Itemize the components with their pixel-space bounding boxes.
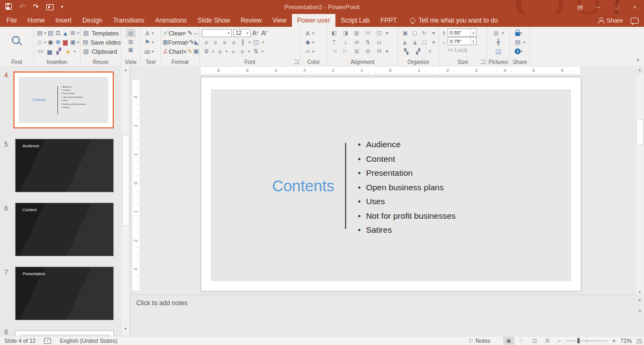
- ribbon-icon[interactable]: ▧: [47, 29, 54, 38]
- slide-bullet[interactable]: Not for profit businesses: [358, 209, 456, 224]
- menu-tab[interactable]: Design: [77, 14, 107, 27]
- ribbon-icon[interactable]: ▾: [76, 38, 80, 47]
- lock-aspect-button[interactable]: ▭ Lock: [448, 46, 477, 54]
- slide-bullet[interactable]: Open business plans: [358, 181, 456, 195]
- slide-bullet[interactable]: Presentation: [358, 166, 456, 181]
- ribbon-icon[interactable]: ■: [63, 47, 72, 56]
- ribbon-icon[interactable]: ▲: [62, 29, 69, 38]
- dropdown-icon[interactable]: ▾: [245, 31, 250, 35]
- editor-scrollbar[interactable]: ▴ ▾ « «: [635, 66, 644, 336]
- list-format-icon[interactable]: ▾: [211, 47, 215, 56]
- ribbon-icon[interactable]: ▭: [36, 47, 45, 56]
- slide-canvas[interactable]: Contents AudienceContentPresentationOpen…: [201, 77, 581, 291]
- notes-toggle[interactable]: ⚐ Notes: [469, 337, 491, 344]
- dropdown-icon[interactable]: ▾: [152, 31, 156, 35]
- ribbon-display-options-icon[interactable]: ▤: [571, 0, 589, 14]
- paragraph-icon[interactable]: ◫: [252, 38, 261, 47]
- dropdown-icon[interactable]: ▾: [312, 49, 317, 54]
- menu-tab[interactable]: Animations: [150, 14, 192, 27]
- ribbon-icon[interactable]: ◇: [36, 38, 43, 47]
- share-button[interactable]: Share: [598, 17, 623, 24]
- zoom-in-icon[interactable]: +: [612, 337, 616, 344]
- scroll-up-icon[interactable]: ▴: [122, 68, 129, 72]
- align-icon[interactable]: ◧: [328, 29, 340, 38]
- menu-tab[interactable]: Review: [235, 14, 267, 27]
- dropdown-icon[interactable]: ▾: [152, 49, 156, 54]
- zoom-out-icon[interactable]: −: [558, 337, 561, 344]
- ribbon-icon[interactable]: ▾: [72, 47, 77, 56]
- scrollbar-thumb[interactable]: [122, 135, 129, 226]
- dropdown-icon[interactable]: ▾: [312, 31, 317, 35]
- slide-thumbnail[interactable]: [15, 330, 114, 336]
- slide-thumbnail[interactable]: Presentation: [15, 267, 114, 320]
- color-tool-icon[interactable]: ▱: [303, 47, 312, 56]
- height-spinner[interactable]: 0.55" ▴▾: [448, 28, 477, 37]
- zoom-slider-thumb[interactable]: [577, 338, 580, 343]
- chart-plus-button[interactable]: Chart+: [169, 48, 187, 55]
- align-icon[interactable]: ⇅: [362, 38, 374, 47]
- increase-font-icon[interactable]: A▴: [252, 30, 258, 37]
- align-icon[interactable]: H: [374, 47, 385, 56]
- organize-icon[interactable]: ▢: [410, 29, 420, 38]
- list-format-icon[interactable]: ⇅: [251, 47, 260, 56]
- align-icon[interactable]: ◨: [340, 29, 351, 38]
- list-format-icon[interactable]: ≡: [238, 47, 247, 56]
- list-format-icon[interactable]: ▾: [224, 47, 229, 56]
- ribbon-icon[interactable]: ▅: [45, 47, 54, 56]
- scroll-up-icon[interactable]: ▴: [635, 68, 644, 72]
- align-icon[interactable]: ◫: [374, 29, 385, 38]
- view-option-icon[interactable]: ▤: [126, 29, 135, 37]
- thumbnail-scrollbar[interactable]: ▴ ▾: [122, 66, 129, 336]
- list-format-icon[interactable]: ≡: [215, 47, 224, 56]
- organize-icon[interactable]: ↻: [420, 29, 429, 38]
- crop-icon[interactable]: ╋: [494, 38, 503, 47]
- eyedropper-icon[interactable]: ✎: [189, 38, 194, 47]
- menu-tab[interactable]: Home: [22, 14, 50, 27]
- scroll-down-icon[interactable]: ▾: [635, 290, 644, 294]
- dropdown-icon[interactable]: ▾: [226, 31, 231, 35]
- zoom-level[interactable]: 71%: [620, 337, 632, 344]
- info-icon[interactable]: i: [515, 48, 521, 54]
- organize-icon[interactable]: ×: [424, 47, 436, 56]
- ribbon-icon[interactable]: ▾: [76, 29, 80, 38]
- compress-icon[interactable]: ◲: [494, 47, 503, 56]
- scroll-down-icon[interactable]: ▾: [122, 327, 129, 331]
- menu-tab[interactable]: Script Lab: [335, 14, 375, 27]
- ribbon-icon[interactable]: ▞: [54, 47, 63, 56]
- eyedropper-icon[interactable]: ✎: [187, 29, 193, 38]
- paragraph-icon[interactable]: ≡: [229, 38, 238, 47]
- color-tool-icon[interactable]: ◆: [303, 38, 312, 47]
- align-icon[interactable]: ⊟: [362, 47, 374, 56]
- slide-bullet[interactable]: Satires: [358, 223, 456, 238]
- notes-pane[interactable]: Click to add notes: [131, 294, 635, 336]
- clean-button[interactable]: Clean: [169, 30, 184, 37]
- list-format-icon[interactable]: ≣: [202, 47, 211, 56]
- scrollbar-track[interactable]: [636, 74, 643, 293]
- picture-icon[interactable]: ▾: [501, 29, 505, 38]
- ribbon-icon[interactable]: ab: [143, 47, 152, 56]
- view-mode-icon[interactable]: ∷: [516, 337, 527, 344]
- ribbon-icon[interactable]: ▣: [69, 38, 77, 47]
- slide-bullet[interactable]: Uses: [358, 195, 456, 209]
- slide-title[interactable]: Contents: [260, 177, 346, 195]
- organize-icon[interactable]: ◮: [410, 38, 420, 47]
- spin-down-icon[interactable]: ▾: [473, 33, 474, 35]
- color-tool-icon[interactable]: A: [303, 29, 312, 38]
- tell-me-box[interactable]: Tell me what you want to do: [410, 14, 498, 27]
- menu-tab[interactable]: View: [267, 14, 292, 27]
- organize-icon[interactable]: ◭: [400, 38, 410, 47]
- ribbon-icon[interactable]: ⚑: [143, 38, 152, 47]
- slide-bullet-list[interactable]: AudienceContentPresentationOpen business…: [358, 138, 456, 238]
- spin-down-icon[interactable]: ▾: [473, 41, 474, 44]
- ribbon-icon[interactable]: ⊕: [54, 38, 62, 47]
- font-name-combobox[interactable]: ▾: [202, 29, 232, 37]
- menu-tab[interactable]: FPPT: [375, 14, 402, 27]
- align-icon[interactable]: ▥: [351, 29, 362, 38]
- slide-thumbnail-selected[interactable]: Contents AudienceContentPresentationOpen…: [13, 71, 114, 128]
- brush-icon[interactable]: ✎: [187, 47, 193, 56]
- ribbon-icon[interactable]: A: [143, 29, 152, 38]
- ruler-corner-icon[interactable]: ⌐: [193, 29, 199, 38]
- view-option-icon[interactable]: ▥: [127, 38, 135, 45]
- organize-icon[interactable]: ▣: [400, 29, 410, 38]
- notes-placeholder[interactable]: Click to add notes: [136, 299, 187, 307]
